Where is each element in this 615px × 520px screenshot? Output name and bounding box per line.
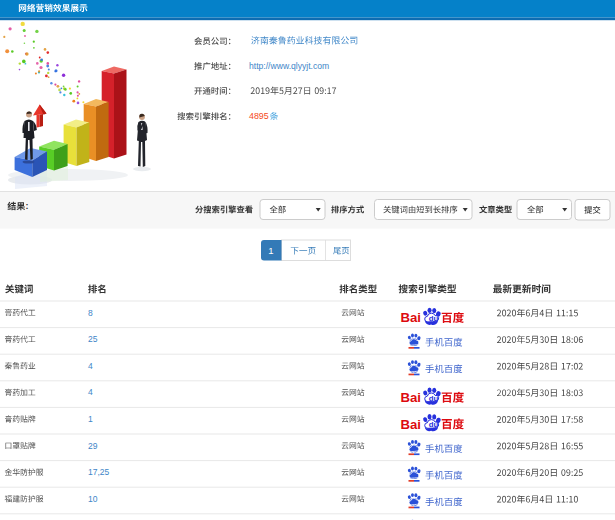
svg-text:8: 8 xyxy=(88,308,93,318)
svg-text:29: 29 xyxy=(88,441,98,451)
svg-text:4: 4 xyxy=(88,387,93,397)
svg-text:Bai: Bai xyxy=(401,390,422,405)
svg-text:10: 10 xyxy=(88,494,98,504)
svg-text:du: du xyxy=(429,394,439,403)
svg-text:Bai: Bai xyxy=(401,310,422,325)
svg-text:1: 1 xyxy=(88,414,93,424)
svg-text::: : xyxy=(26,201,29,211)
svg-text:http://www.qlyyjt.com: http://www.qlyyjt.com xyxy=(249,61,329,71)
svg-text:1: 1 xyxy=(268,245,273,256)
svg-text:du: du xyxy=(429,420,439,429)
svg-text:17,25: 17,25 xyxy=(88,467,110,477)
svg-text:25: 25 xyxy=(88,334,98,344)
svg-text:Bai: Bai xyxy=(401,417,422,432)
svg-text:4: 4 xyxy=(88,361,93,371)
svg-text:4895: 4895 xyxy=(249,111,269,121)
svg-text:du: du xyxy=(429,314,439,323)
